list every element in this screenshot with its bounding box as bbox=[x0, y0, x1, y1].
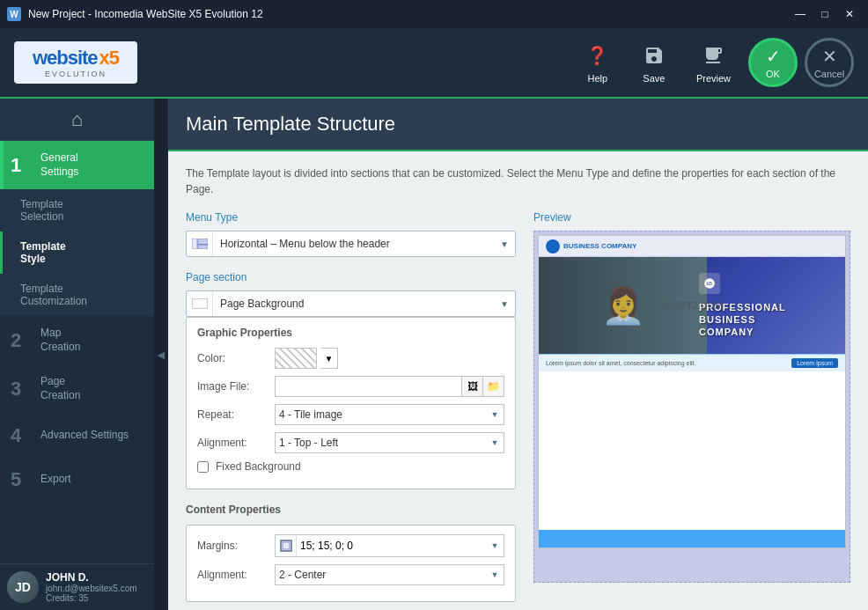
user-info: JOHN D. john.d@websitex5.com Credits: 35 bbox=[46, 571, 147, 603]
minimize-button[interactable]: — bbox=[789, 4, 812, 24]
fixed-background-checkbox[interactable] bbox=[197, 461, 209, 473]
ok-label: OK bbox=[766, 69, 780, 79]
page-header: Main Template Structure bbox=[168, 99, 868, 151]
svg-rect-0 bbox=[192, 239, 197, 249]
alignment2-dropdown-group: 1 - Left 2 - Center 3 - Right ▼ bbox=[275, 564, 504, 585]
sidebar-section-2[interactable]: 2 MapCreation bbox=[0, 316, 154, 364]
page-section-dropdown[interactable]: Page Background Header Menu Content Foot… bbox=[186, 290, 516, 317]
help-button[interactable]: ❓ Help bbox=[573, 36, 622, 89]
maximize-button[interactable]: □ bbox=[813, 4, 836, 24]
titlebar-controls: — □ ✕ bbox=[789, 4, 861, 24]
file-folder-button[interactable]: 📁 bbox=[482, 377, 504, 396]
section-1-label: GeneralSettings bbox=[40, 151, 78, 179]
color-dropdown-button[interactable]: ▼ bbox=[320, 348, 338, 369]
section-2-label: MapCreation bbox=[40, 327, 80, 354]
sidebar-sub-items-1: TemplateSelection TemplateStyle Template… bbox=[0, 189, 154, 316]
titlebar-title: New Project - Incomedia WebSite X5 Evolu… bbox=[28, 8, 789, 20]
preview-container: BUSINESS COMPANY 👩‍💼 bbox=[533, 231, 850, 583]
sidebar-item-template-style[interactable]: TemplateStyle bbox=[0, 232, 154, 274]
menu-type-dropdown[interactable]: Horizontal – Menu below the header Horiz… bbox=[186, 231, 516, 257]
preview-logo: BUSINESS COMPANY bbox=[546, 239, 636, 254]
alignment-dropdown[interactable]: 1 - Top - Left 2 - Top - Center 3 - Top … bbox=[275, 432, 504, 453]
preview-button[interactable]: Preview bbox=[686, 36, 741, 89]
graphic-properties-title: Graphic Properties bbox=[197, 327, 504, 339]
sidebar-section-3[interactable]: 3 PageCreation bbox=[0, 364, 154, 413]
alignment-label: Alignment: bbox=[197, 437, 268, 449]
color-label: Color: bbox=[197, 352, 268, 364]
sidebar-section-1[interactable]: 1 GeneralSettings bbox=[0, 141, 154, 189]
repeat-dropdown-arrow: ▼ bbox=[486, 405, 504, 424]
preview-tagline-button[interactable]: Lorem Ipsum bbox=[791, 358, 838, 368]
sidebar-user: JD JOHN D. john.d@websitex5.com Credits:… bbox=[0, 563, 154, 610]
sidebar-section-4[interactable]: 4 Advanced Settings bbox=[0, 414, 154, 458]
image-file-row: Image File: 🖼 📁 bbox=[197, 376, 504, 397]
alignment2-select[interactable]: 1 - Left 2 - Center 3 - Right bbox=[276, 567, 486, 583]
sidebar-item-template-selection[interactable]: TemplateSelection bbox=[0, 189, 154, 232]
save-button[interactable]: Save bbox=[629, 36, 679, 89]
color-input-group: ▼ bbox=[275, 348, 504, 369]
close-button[interactable]: ✕ bbox=[838, 4, 861, 24]
section-2-number: 2 bbox=[11, 329, 32, 352]
alignment-dropdown-arrow: ▼ bbox=[486, 433, 504, 452]
preview-person-icon: 👩‍💼 bbox=[601, 285, 645, 327]
margins-select[interactable]: 15; 15; 0; 0 bbox=[297, 538, 486, 554]
repeat-dropdown-group: 1 - No repeat 2 - Repeat horizontally 3 … bbox=[275, 404, 504, 425]
sidebar-item-template-customization[interactable]: TemplateCustomization bbox=[0, 274, 154, 316]
section-3-number: 3 bbox=[11, 378, 32, 401]
titlebar: W New Project - Incomedia WebSite X5 Evo… bbox=[0, 0, 868, 28]
logo-x5: x5 bbox=[99, 47, 119, 70]
page-section-icon bbox=[187, 291, 213, 316]
app-container: website x5 EVOLUTION ❓ Help Save bbox=[0, 28, 868, 610]
section-4-number: 4 bbox=[11, 424, 32, 447]
image-file-input-group: 🖼 📁 bbox=[275, 376, 504, 397]
section-3-label: PageCreation bbox=[40, 375, 80, 402]
preview-hero-text: b5 PROFESSIONALBUSINESSCOMPANY bbox=[692, 257, 845, 354]
sidebar-collapse-button[interactable]: ◄ bbox=[154, 99, 168, 610]
image-file-input[interactable]: 🖼 📁 bbox=[275, 376, 504, 397]
file-browse-button[interactable]: 🖼 bbox=[461, 377, 482, 396]
preview-header: BUSINESS COMPANY bbox=[539, 236, 845, 257]
preview-inner: BUSINESS COMPANY 👩‍💼 bbox=[538, 235, 846, 548]
help-icon: ❓ bbox=[584, 41, 612, 70]
user-email: john.d@websitex5.com bbox=[46, 584, 147, 593]
alignment-select[interactable]: 1 - Top - Left 2 - Top - Center 3 - Top … bbox=[276, 435, 486, 451]
user-avatar: JD bbox=[7, 571, 39, 603]
margins-label: Margins: bbox=[197, 540, 268, 552]
preview-tagline-bar: Lorem ipsum dolor sit amet, consectetur … bbox=[539, 354, 845, 371]
sidebar-section-5[interactable]: 5 Export bbox=[0, 458, 154, 502]
svg-rect-2 bbox=[197, 244, 207, 246]
section-5-number: 5 bbox=[11, 468, 32, 491]
menu-type-icon bbox=[187, 232, 213, 256]
right-panel: Preview BUSINESS COMPANY bbox=[533, 211, 850, 610]
section-4-label: Advanced Settings bbox=[40, 429, 129, 443]
alignment2-dropdown[interactable]: 1 - Left 2 - Center 3 - Right ▼ bbox=[275, 564, 504, 585]
menu-type-select[interactable]: Horizontal – Menu below the header Horiz… bbox=[213, 234, 494, 254]
file-input-buttons: 🖼 📁 bbox=[461, 377, 504, 396]
preview-hero-title: PROFESSIONALBUSINESSCOMPANY bbox=[699, 301, 838, 339]
section-5-label: Export bbox=[40, 473, 71, 487]
color-swatch[interactable] bbox=[275, 348, 317, 369]
image-file-label: Image File: bbox=[197, 380, 268, 393]
sidebar-home-button[interactable]: ⌂ bbox=[0, 99, 154, 141]
preview-logo-circle bbox=[546, 239, 560, 254]
margins-icon bbox=[276, 535, 297, 556]
save-icon bbox=[640, 41, 668, 70]
sidebar: ⌂ 1 GeneralSettings TemplateSelection Te… bbox=[0, 99, 154, 610]
repeat-select[interactable]: 1 - No repeat 2 - Repeat horizontally 3 … bbox=[276, 407, 486, 423]
cancel-button[interactable]: ✕ Cancel bbox=[805, 38, 854, 87]
home-icon: ⌂ bbox=[71, 108, 83, 131]
preview-hero-logo-row: b5 bbox=[699, 273, 838, 298]
margins-dropdown[interactable]: 15; 15; 0; 0 ▼ bbox=[275, 534, 504, 557]
page-title: Main Template Structure bbox=[186, 113, 850, 136]
user-credits: Credits: 35 bbox=[46, 593, 147, 603]
fixed-background-label[interactable]: Fixed Background bbox=[216, 460, 301, 473]
repeat-dropdown[interactable]: 1 - No repeat 2 - Repeat horizontally 3 … bbox=[275, 404, 504, 425]
page-section-select[interactable]: Page Background Header Menu Content Foot… bbox=[213, 294, 494, 313]
margins-input-group: 15; 15; 0; 0 ▼ bbox=[275, 534, 504, 557]
margins-dropdown-arrow: ▼ bbox=[486, 536, 504, 555]
ok-button[interactable]: ✓ OK bbox=[748, 38, 798, 87]
margins-row: Margins: bbox=[197, 534, 504, 557]
page-section-dropdown-arrow: ▼ bbox=[494, 291, 515, 316]
page-content: Main Template Structure The Template lay… bbox=[168, 99, 868, 610]
logo-text: website x5 bbox=[33, 47, 119, 70]
